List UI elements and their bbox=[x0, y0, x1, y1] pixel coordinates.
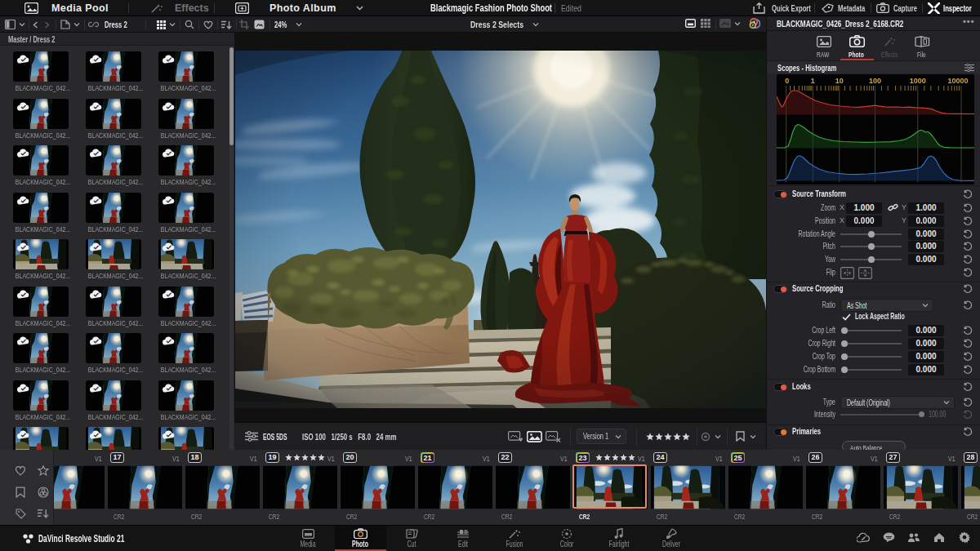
svg-text:1: 1 bbox=[811, 77, 815, 85]
svg-text:1000: 1000 bbox=[910, 77, 926, 85]
svg-text:10: 10 bbox=[835, 77, 844, 85]
svg-text:10000: 10000 bbox=[947, 77, 968, 85]
svg-text:100: 100 bbox=[869, 77, 881, 85]
svg-text:0: 0 bbox=[785, 77, 789, 85]
